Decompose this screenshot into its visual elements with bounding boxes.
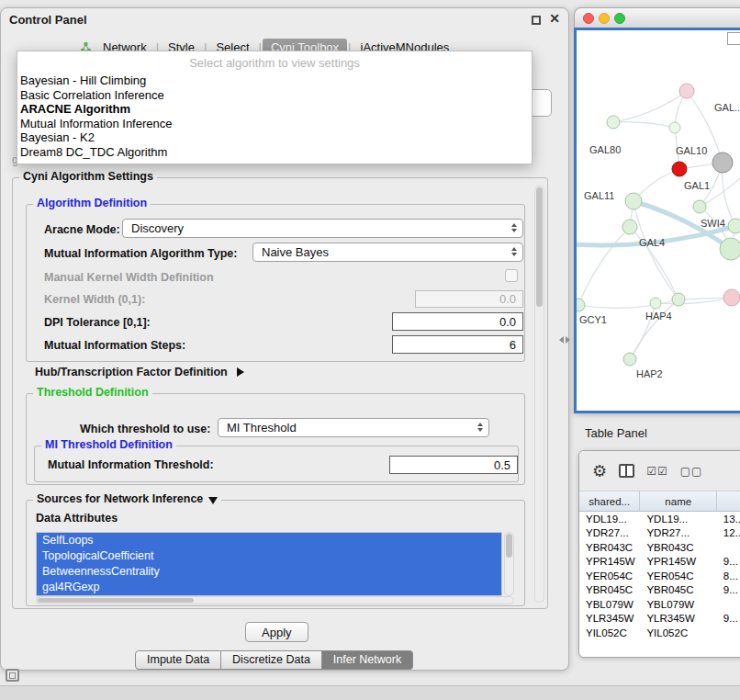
attribute-item-gal4rgexp[interactable]: gal4RGexp	[37, 580, 501, 595]
birdseye-view-box[interactable]	[727, 32, 740, 45]
network-edge[interactable]	[613, 122, 675, 128]
settings-scrollbar[interactable]	[534, 186, 544, 603]
mi-threshold-group: MI Threshold Definition Mutual Informati…	[34, 446, 519, 482]
kernel-width-field[interactable]: 0.0	[415, 290, 523, 308]
mi-steps-field[interactable]: 6	[392, 335, 523, 354]
network-node[interactable]	[650, 298, 661, 309]
bottom-tab-impute-data[interactable]: Impute Data	[135, 650, 221, 670]
attributes-list-scrollbar[interactable]	[504, 532, 514, 596]
mi-type-select[interactable]: Naive Bayes	[252, 243, 523, 262]
network-node[interactable]	[728, 219, 740, 233]
column-header-0[interactable]: shared...	[579, 491, 640, 511]
table-cell: 12...	[717, 526, 740, 541]
deselect-all-rows-icon[interactable]: ▢▢	[680, 466, 703, 477]
zoom-traffic-light[interactable]	[614, 13, 625, 24]
which-threshold-select[interactable]: MI Threshold	[218, 418, 489, 437]
attribute-item-betweennesscentrality[interactable]: BetweennessCentrality	[37, 564, 501, 580]
hub-definition-toggle[interactable]: Hub/Transcription Factor Definition	[35, 366, 244, 378]
algorithm-option-aracne-algorithm[interactable]: ARACNE Algorithm	[17, 102, 532, 117]
dpi-tolerance-field[interactable]: 0.0	[392, 312, 523, 331]
close-icon[interactable]: ✕	[549, 11, 560, 26]
table-cell: YBR043C	[579, 540, 640, 555]
network-node[interactable]	[723, 289, 740, 306]
table-row[interactable]: YER054CYER054C8...	[579, 569, 740, 583]
table-panel-title: Table Panel	[585, 426, 647, 440]
network-node[interactable]	[622, 220, 637, 234]
network-node[interactable]	[712, 152, 733, 173]
network-node[interactable]	[693, 200, 706, 213]
algorithm-option-bayesian-k2[interactable]: Bayesian - K2	[17, 130, 532, 145]
apply-button[interactable]: Apply	[245, 622, 308, 642]
hide-panel-icon[interactable]	[6, 669, 19, 682]
which-threshold-label: Which threshold to use:	[80, 423, 210, 435]
table-row[interactable]: YDL19...YDL19...13...	[579, 512, 740, 526]
gear-icon[interactable]: ⚙	[592, 463, 607, 480]
column-header-2[interactable]	[717, 491, 740, 511]
threshold-definition-title: Threshold Definition	[33, 386, 152, 399]
table-cell: YDR27...	[640, 526, 716, 541]
manual-kernel-checkbox[interactable]	[505, 269, 518, 282]
attribute-item-selfloops[interactable]: SelfLoops	[37, 533, 501, 548]
mi-type-label: Mutual Information Algorithm Type:	[44, 247, 237, 260]
attribute-item-topologicalcoefficient[interactable]: TopologicalCoefficient	[37, 548, 501, 564]
table-row[interactable]: YPR145WYPR145W9...	[579, 555, 740, 570]
table-panel-window: ⚙ ☑☑ ▢▢ shared...name YDL19...YDL19...13…	[578, 450, 740, 658]
network-node[interactable]	[577, 299, 585, 311]
table-cell	[717, 540, 740, 555]
network-node[interactable]	[669, 122, 680, 133]
cyni-algorithm-settings-group: Cyni Algorithm Settings Algorithm Defini…	[12, 177, 548, 609]
algorithm-definition-group: Algorithm Definition Aracne Mode: Discov…	[26, 204, 525, 362]
mi-steps-label: Mutual Information Steps:	[44, 339, 185, 352]
table-cell: YPR145W	[640, 555, 716, 570]
network-node[interactable]	[672, 293, 685, 306]
bottom-tab-infer-network[interactable]: Infer Network	[322, 650, 413, 670]
data-attributes-list[interactable]: SelfLoopsTopologicalCoefficientBetweenne…	[36, 532, 502, 596]
column-header-1[interactable]: name	[640, 491, 717, 511]
attributes-list-hscrollbar[interactable]	[36, 596, 514, 604]
network-canvas[interactable]: GAL...GAL80GAL10GAL11GAL1SWI4GAL4GCY1HAP…	[577, 30, 740, 411]
network-node[interactable]	[623, 353, 636, 366]
close-traffic-light[interactable]	[583, 13, 594, 24]
status-bar	[0, 685, 740, 700]
algorithm-dropdown-popup: Select algorithm to view settings Bayesi…	[17, 51, 533, 164]
network-node[interactable]	[679, 84, 694, 98]
table-row[interactable]: YBR045CYBR045C9...	[579, 583, 740, 598]
algorithm-option-bayesian-hill-climbing[interactable]: Bayesian - Hill Climbing	[17, 73, 532, 88]
columns-icon[interactable]	[619, 464, 634, 478]
algorithm-dropdown-list: Bayesian - Hill ClimbingBasic Correlatio…	[17, 73, 532, 160]
network-window-titlebar[interactable]	[574, 7, 740, 28]
network-edge[interactable]	[578, 227, 630, 305]
aracne-mode-select[interactable]: Discovery	[122, 219, 523, 238]
network-node[interactable]	[607, 116, 620, 129]
table-row[interactable]: YIL052CYIL052C	[579, 626, 740, 640]
table-cell: YER054C	[640, 569, 716, 583]
table-cell: 9...	[717, 612, 740, 627]
table-row[interactable]: YLR345WYLR345W9...	[579, 612, 740, 627]
panel-splitter-handle[interactable]	[559, 336, 570, 344]
dropdown-prompt: Select algorithm to view settings	[17, 52, 532, 73]
node-label-hap2: HAP2	[636, 368, 663, 379]
node-label-hap4: HAP4	[645, 310, 672, 322]
table-row[interactable]: YBR043CYBR043C	[579, 540, 740, 555]
sources-group-title[interactable]: Sources for Network Inference	[33, 492, 221, 505]
algorithm-option-dream8-dc-tdc-algorithm[interactable]: Dream8 DC_TDC Algorithm	[17, 145, 532, 160]
select-all-rows-icon[interactable]: ☑☑	[646, 466, 668, 477]
algorithm-option-mutual-information-inference[interactable]: Mutual Information Inference	[17, 117, 532, 131]
network-node[interactable]	[720, 238, 740, 260]
table-row[interactable]: YDR27...YDR27...12...	[579, 526, 740, 541]
float-window-icon[interactable]	[532, 16, 541, 25]
stepper-arrows-icon	[511, 223, 517, 232]
kernel-width-label: Kernel Width (0,1):	[44, 293, 145, 306]
node-label-swi4: SWI4	[701, 218, 725, 229]
minimize-traffic-light[interactable]	[599, 13, 610, 24]
table-row[interactable]: YBL079WYBL079W	[579, 597, 740, 612]
bottom-tab-discretize-data[interactable]: Discretize Data	[221, 650, 322, 670]
network-node[interactable]	[625, 193, 642, 209]
network-node[interactable]	[672, 162, 687, 176]
table-cell: YDL19...	[640, 512, 716, 526]
algorithm-option-basic-correlation-inference[interactable]: Basic Correlation Inference	[17, 88, 532, 103]
mi-threshold-field[interactable]: 0.5	[389, 456, 518, 474]
mi-threshold-label: Mutual Information Threshold:	[48, 458, 214, 471]
table-cell: YLR345W	[579, 612, 640, 627]
hub-definition-label: Hub/Transcription Factor Definition	[35, 366, 228, 378]
